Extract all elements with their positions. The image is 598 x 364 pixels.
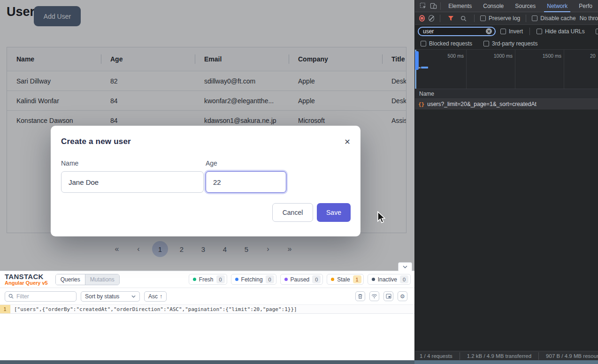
query-filter-input[interactable]	[16, 293, 73, 300]
badge-inactive[interactable]: Inactive 0	[368, 274, 411, 285]
tab-elements[interactable]: Elements	[443, 0, 477, 12]
pip-window-button[interactable]	[383, 291, 393, 301]
clear-icon[interactable]	[429, 15, 434, 22]
invert-checkbox[interactable]: Invert	[500, 28, 523, 35]
badge-count: 1	[353, 275, 361, 283]
checkbox-icon	[596, 29, 598, 34]
badge-label: Fetching	[241, 276, 263, 283]
sort-by-select[interactable]: Sort by status	[81, 291, 140, 302]
preserve-log-checkbox[interactable]: Preserve log	[480, 15, 520, 22]
tab-sources[interactable]: Sources	[509, 0, 541, 12]
query-status-badges: Fresh 0 Fetching 0 Paused 0	[189, 274, 411, 285]
tanstack-toolbar: Sort by status Asc ↑	[0, 288, 414, 304]
tick-label: 1000 ms	[483, 53, 513, 59]
asc-label: Asc	[148, 293, 158, 300]
tanstack-tabs: Queries Mutations	[55, 274, 120, 285]
request-row[interactable]: {} users?_limit=20&_page=1&_sort=created…	[415, 99, 598, 110]
requests-count: 1 / 4 requests	[420, 353, 452, 359]
tab-network[interactable]: Network	[541, 0, 573, 12]
offline-toggle-button[interactable]	[369, 291, 379, 301]
create-user-modal: Create a new user ✕ Name Age Cancel Save	[51, 126, 360, 236]
divider	[538, 352, 539, 360]
blocked-requests-checkbox[interactable]: Blocked requests	[421, 40, 472, 47]
tab-queries[interactable]: Queries	[56, 274, 85, 285]
checkbox-icon	[537, 29, 542, 34]
inspect-element-icon[interactable]	[418, 0, 429, 12]
divider	[440, 15, 440, 22]
arrow-up-icon: ↑	[160, 293, 162, 300]
badge-fresh[interactable]: Fresh 0	[189, 274, 227, 285]
network-filter-box: ✕	[418, 27, 496, 36]
wifi-icon	[371, 294, 377, 299]
tick-label: 500 ms	[436, 53, 464, 59]
divider	[460, 352, 460, 360]
device-toolbar-icon[interactable]	[429, 0, 439, 12]
name-column-label: Name	[419, 91, 434, 97]
search-icon	[8, 294, 14, 299]
badge-label: Stale	[337, 276, 350, 283]
transferred-size: 1.2 kB / 4.9 MB transferred	[467, 353, 531, 359]
screen: Users Add User Name Age Email Company Ti…	[0, 0, 598, 364]
network-filter-row: ✕ Invert Hide data URLs	[415, 25, 598, 38]
badge-stale[interactable]: Stale 1	[327, 274, 363, 285]
tab-performance[interactable]: Perfo	[573, 0, 598, 12]
query-list-item[interactable]: 1 ["users",{"orderBy":"createdAt","order…	[0, 304, 414, 314]
throttling-select[interactable]: No thro	[580, 15, 598, 22]
badge-label: Inactive	[378, 276, 397, 283]
devtools-collapse-button[interactable]	[398, 262, 412, 271]
tab-console[interactable]: Console	[477, 0, 509, 12]
third-party-requests-label: 3rd-party requests	[492, 40, 537, 47]
requests-empty-area	[415, 110, 598, 351]
badge-count: 0	[266, 275, 274, 283]
divider	[529, 28, 530, 35]
record-icon[interactable]	[419, 15, 425, 22]
clear-cache-button[interactable]	[355, 291, 365, 301]
badge-count: 0	[312, 275, 321, 283]
gridline	[466, 50, 467, 89]
clipped-checkbox[interactable]	[596, 29, 598, 34]
search-icon[interactable]	[459, 13, 468, 24]
preserve-log-label: Preserve log	[489, 15, 520, 22]
tanstack-header: TANSTACK Angular Query v5 Queries Mutati…	[0, 271, 414, 288]
chevron-down-icon	[403, 265, 407, 268]
age-field-label: Age	[206, 159, 217, 167]
inactive-dot-icon	[372, 278, 375, 281]
picture-in-picture-icon	[386, 294, 391, 299]
tab-mutations[interactable]: Mutations	[85, 274, 119, 285]
network-filter-input[interactable]	[423, 28, 484, 35]
third-party-requests-checkbox[interactable]: 3rd-party requests	[483, 40, 537, 47]
badge-paused[interactable]: Paused 0	[280, 274, 323, 285]
disable-cache-label: Disable cache	[540, 15, 575, 22]
gear-icon: ⚙	[400, 293, 405, 300]
checkbox-icon	[421, 41, 426, 46]
tanstack-devtools-panel: TANSTACK Angular Query v5 Queries Mutati…	[0, 271, 414, 360]
hide-data-urls-checkbox[interactable]: Hide data URLs	[537, 28, 585, 35]
clear-filter-icon[interactable]: ✕	[486, 28, 492, 34]
checkbox-icon	[483, 41, 489, 46]
network-toolbar: Preserve log Disable cache No thro	[415, 12, 598, 25]
json-response-icon: {}	[418, 101, 424, 107]
settings-button[interactable]: ⚙	[398, 291, 407, 301]
badge-label: Paused	[291, 276, 310, 283]
badge-count: 0	[400, 275, 408, 283]
close-icon[interactable]: ✕	[342, 137, 353, 147]
sort-direction-button[interactable]: Asc ↑	[144, 291, 167, 302]
waterfall-bar-blue	[421, 67, 428, 68]
save-button[interactable]: Save	[317, 203, 351, 222]
cancel-button[interactable]: Cancel	[272, 203, 313, 222]
age-field[interactable]	[206, 171, 286, 193]
badge-fetching[interactable]: Fetching 0	[231, 274, 276, 285]
fetching-dot-icon	[235, 278, 238, 281]
filter-funnel-icon[interactable]	[446, 13, 455, 24]
network-overview-timeline[interactable]: 500 ms 1000 ms 1500 ms 20	[415, 49, 598, 89]
modal-actions: Cancel Save	[272, 203, 351, 222]
sort-by-label: Sort by status	[85, 293, 119, 300]
tanstack-logo-title: TANSTACK	[5, 273, 48, 281]
name-field[interactable]	[61, 171, 204, 193]
devtools-tab-bar: Elements Console Sources Network Perfo	[415, 0, 598, 12]
window-bottom-edge	[0, 360, 414, 364]
requests-column-header[interactable]: Name	[415, 89, 598, 99]
disable-cache-checkbox[interactable]: Disable cache	[532, 15, 575, 22]
invert-label: Invert	[509, 28, 523, 35]
window-bottom-edge	[414, 360, 598, 364]
